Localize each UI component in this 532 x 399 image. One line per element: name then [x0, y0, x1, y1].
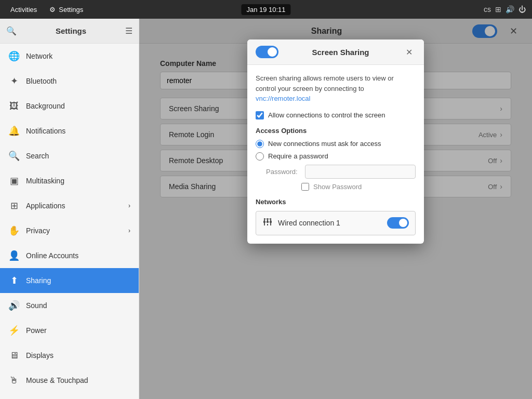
sidebar: 🔍 Settings ☰ 🌐 Network ✦ Bluetooth 🖼 Bac… [0, 19, 139, 399]
dialog-title: Screen Sharing [284, 48, 397, 57]
svg-rect-4 [267, 218, 268, 221]
password-input[interactable] [305, 165, 416, 179]
show-password-row: Show Password [301, 183, 416, 191]
screen-sharing-dialog: Screen Sharing ✕ Screen sharing allows r… [247, 39, 424, 244]
user-initials: cs [484, 5, 491, 14]
sidebar-item-label: Online Accounts [26, 251, 78, 260]
online-accounts-icon: 👤 [8, 250, 20, 261]
power-icon: ⚡ [8, 325, 20, 336]
topbar-center: Jan 19 10:11 [241, 5, 290, 14]
sidebar-item-applications[interactable]: ⊞ Applications › [0, 193, 139, 218]
chevron-right-icon: › [128, 227, 130, 234]
topbar-left: Activities ⚙ Settings [6, 4, 83, 16]
allow-control-checkbox[interactable] [256, 111, 264, 119]
sidebar-item-multitasking[interactable]: ▣ Multitasking [0, 168, 139, 193]
sidebar-header: 🔍 Settings ☰ [0, 19, 139, 44]
topbar-settings-label[interactable]: ⚙ Settings [49, 6, 83, 14]
network-toggle[interactable] [387, 217, 409, 229]
sidebar-item-label: Mouse & Touchpad [26, 376, 88, 384]
svg-rect-8 [270, 223, 271, 225]
topbar: Activities ⚙ Settings Jan 19 10:11 cs ⊞ … [0, 0, 532, 19]
sidebar-item-keyboard[interactable]: ⌨ Keyboard [0, 393, 139, 399]
access-options-title: Access Options [256, 127, 416, 135]
sidebar-item-label: Applications [26, 202, 65, 210]
networks-section: Networks Wired connection 1 [256, 198, 416, 235]
sidebar-search-icon[interactable]: 🔍 [6, 26, 17, 36]
allow-control-label: Allow connections to control the screen [268, 111, 385, 119]
sidebar-item-label: Displays [26, 351, 54, 360]
power-icon[interactable]: ⏻ [518, 5, 526, 14]
dialog-description: Screen sharing allows remote users to vi… [256, 73, 416, 104]
sidebar-item-online-accounts[interactable]: 👤 Online Accounts [0, 243, 139, 268]
applications-icon: ⊞ [8, 200, 20, 211]
mouse-icon: 🖱 [8, 375, 20, 386]
sidebar-item-power[interactable]: ⚡ Power [0, 318, 139, 343]
dialog-body: Screen sharing allows remote users to vi… [247, 65, 424, 244]
network-name: Wired connection 1 [278, 219, 382, 227]
radio-ask-label: New connections must ask for access [268, 140, 381, 148]
svg-rect-6 [264, 223, 265, 225]
svg-rect-9 [264, 219, 270, 219]
radio-ask[interactable] [256, 140, 264, 148]
network-status-icon[interactable]: ⊞ [495, 5, 501, 14]
sidebar-item-label: Multitasking [26, 177, 64, 185]
search-icon: 🔍 [8, 150, 20, 162]
password-label: Password: [266, 168, 300, 176]
sidebar-item-mouse-touchpad[interactable]: 🖱 Mouse & Touchpad [0, 368, 139, 393]
dialog-overlay: Screen Sharing ✕ Screen sharing allows r… [139, 19, 532, 399]
background-icon: 🖼 [8, 101, 20, 112]
content-area: Sharing ✕ Computer Name Screen Sharing › [139, 19, 532, 399]
sidebar-menu-icon[interactable]: ☰ [125, 26, 132, 36]
network-item: Wired connection 1 [256, 211, 416, 235]
activities-button[interactable]: Activities [6, 4, 41, 16]
privacy-icon: ✋ [8, 225, 20, 236]
gear-icon: ⚙ [49, 6, 56, 14]
networks-title: Networks [256, 198, 416, 206]
sidebar-item-label: Background [26, 102, 65, 110]
radio-password-row: Require a password [256, 152, 416, 161]
sidebar-item-label: Sharing [26, 276, 51, 285]
radio-password-label: Require a password [268, 152, 328, 160]
sidebar-item-label: Power [26, 326, 47, 335]
sidebar-item-search[interactable]: 🔍 Search [0, 143, 139, 168]
sidebar-item-network[interactable]: 🌐 Network [0, 44, 139, 69]
wired-icon [262, 217, 273, 230]
sidebar-item-label: Search [26, 152, 49, 160]
password-row: Password: [266, 165, 416, 179]
svg-rect-7 [267, 224, 268, 225]
sidebar-item-sharing[interactable]: ⬆ Sharing [0, 268, 139, 293]
clock-display: Jan 19 10:11 [241, 4, 290, 15]
settings-label: Settings [59, 6, 83, 14]
multitasking-icon: ▣ [8, 175, 20, 187]
sidebar-item-label: Bluetooth [26, 77, 57, 85]
notifications-icon: 🔔 [8, 125, 20, 137]
vnc-link[interactable]: vnc://remoter.local [256, 95, 311, 102]
show-password-checkbox[interactable] [301, 183, 309, 191]
sidebar-title: Settings [21, 26, 121, 35]
svg-rect-3 [264, 218, 265, 221]
sidebar-item-label: Notifications [26, 127, 65, 135]
sidebar-item-privacy[interactable]: ✋ Privacy › [0, 218, 139, 243]
radio-ask-row: New connections must ask for access [256, 140, 416, 148]
show-password-label: Show Password [313, 183, 362, 191]
sidebar-item-sound[interactable]: 🔊 Sound [0, 293, 139, 318]
radio-password[interactable] [256, 152, 264, 161]
sidebar-item-label: Network [26, 52, 52, 60]
svg-rect-5 [270, 218, 271, 221]
bluetooth-icon: ✦ [8, 75, 20, 87]
topbar-right: cs ⊞ 🔊 ⏻ [484, 5, 526, 14]
allow-control-row: Allow connections to control the screen [256, 111, 416, 119]
chevron-right-icon: › [128, 202, 130, 209]
main-layout: 🔍 Settings ☰ 🌐 Network ✦ Bluetooth 🖼 Bac… [0, 19, 532, 399]
sound-icon: 🔊 [8, 300, 20, 311]
dialog-close-button[interactable]: ✕ [403, 46, 416, 58]
dialog-toggle[interactable] [256, 46, 278, 58]
sidebar-item-label: Privacy [26, 227, 50, 235]
dialog-header: Screen Sharing ✕ [247, 39, 424, 65]
network-icon: 🌐 [8, 50, 20, 62]
sidebar-item-background[interactable]: 🖼 Background [0, 94, 139, 118]
sidebar-item-displays[interactable]: 🖥 Displays [0, 343, 139, 368]
sidebar-item-notifications[interactable]: 🔔 Notifications [0, 118, 139, 143]
volume-icon[interactable]: 🔊 [506, 5, 514, 14]
sidebar-item-bluetooth[interactable]: ✦ Bluetooth [0, 69, 139, 94]
